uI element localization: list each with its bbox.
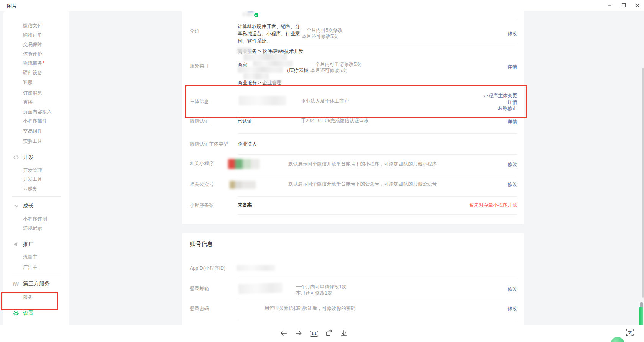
actual-size-icon: 1:1 (310, 331, 318, 337)
row-divider (238, 44, 517, 44)
related-miniprograms-desc: 默认展示同个微信开放平台账号下的小程序，可添加团队的其他小程序 (288, 161, 437, 167)
sidebar-item-live[interactable]: 直播 (23, 99, 33, 106)
app-window: 图片 微信支付 购物订单 交易保障 体验评价 物流服务 硬件设备 客服 订阅消息… (0, 0, 644, 342)
redacted-login-email (238, 283, 283, 294)
new-badge (43, 61, 44, 63)
forward-icon (294, 329, 303, 339)
sidebar-section-development[interactable]: 开发 (23, 154, 34, 162)
row-divider (238, 133, 517, 134)
viewer-toolbar: 1:1 文 (0, 325, 644, 342)
sidebar-item-customer-service[interactable]: 客服 (23, 79, 33, 86)
sidebar-item-traffic-owner[interactable]: 流量主 (23, 254, 38, 261)
sidebar-section-label: 第三方服务 (23, 280, 50, 286)
sidebar-item-violation-records[interactable]: 违规记录 (23, 225, 42, 232)
row-divider (238, 299, 517, 299)
minimize-button[interactable] (604, 1, 615, 11)
verified-badge-icon (254, 12, 258, 19)
row-label-related-miniprograms: 相关小程序 (190, 160, 214, 167)
back-button[interactable] (278, 328, 289, 339)
sidebar-item-shopping-orders[interactable]: 购物订单 (23, 32, 42, 39)
redacted-category-2 (243, 54, 287, 61)
redacted-related-official-accounts (230, 181, 256, 189)
forward-button[interactable] (293, 328, 304, 339)
filing-status: 未备案 (238, 202, 252, 208)
extract-text-button[interactable]: 文 (624, 327, 635, 338)
maximize-button[interactable] (618, 1, 629, 11)
minimize-icon (607, 3, 612, 9)
sidebar-divider (12, 275, 61, 275)
titlebar: 图片 (0, 0, 644, 11)
sidebar-item-subscribe-message[interactable]: 订阅消息 (23, 90, 42, 97)
redacted-category-6 (263, 79, 283, 84)
redacted-related-miniprograms (228, 159, 260, 169)
sidebar-section-promotion[interactable]: 推广 (23, 241, 34, 249)
sidebar-section-label: 设置 (23, 310, 34, 316)
row-label-miniprogram-filing: 小程序备案 (190, 202, 214, 209)
back-icon (279, 329, 288, 339)
sidebar-item-experience-rating[interactable]: 体验评价 (23, 51, 42, 58)
sidebar-item-miniprogram-evaluation[interactable]: 小程序评测 (23, 216, 47, 223)
category-line-3: （医疗器械 (284, 67, 309, 74)
sidebar-item-transaction-guarantee[interactable]: 交易保障 (23, 41, 42, 48)
edge-widget-cap (640, 302, 643, 308)
modify-link[interactable]: 修改 (508, 286, 517, 293)
row-divider (238, 154, 517, 155)
download-button[interactable] (338, 328, 349, 339)
verification-date-desc: 于2021-01-06完成微信认证审核 (301, 118, 368, 124)
rotate-icon (325, 329, 333, 339)
code-icon (13, 154, 19, 160)
detail-link[interactable]: 详情 (508, 64, 517, 70)
login-password-desc: 用管理员微信扫码验证后，可修改你的密码 (264, 306, 356, 312)
sidebar-section-label: 成长 (23, 203, 34, 209)
extract-text-icon: 文 (625, 327, 635, 339)
sidebar-item-page-content-access[interactable]: 页面内容接入 (23, 109, 52, 116)
annotation-box-settings (1, 292, 58, 310)
svg-text:N: N (15, 281, 19, 287)
modify-link[interactable]: 修改 (508, 161, 517, 168)
row-label-login-password: 登录密码 (190, 306, 209, 312)
sidebar-item-hardware-device[interactable]: 硬件设备 (23, 70, 42, 77)
redacted-nickname (243, 12, 253, 16)
sidebar-item-cloud-service[interactable]: 云服务 (23, 185, 38, 192)
redacted-category-5 (243, 73, 269, 79)
modify-link[interactable]: 修改 (508, 181, 517, 188)
sidebar-item-dev-management[interactable]: 开发管理 (23, 167, 42, 174)
verification-status: 已认证 (238, 118, 252, 124)
rotate-button[interactable] (324, 328, 334, 339)
sidebar-section-label: 开发 (23, 154, 34, 160)
category-quota-desc: 一个月内可申请修改5次本月还可修改5次 (310, 62, 361, 74)
row-divider (238, 278, 517, 278)
gear-icon (13, 310, 19, 316)
redacted-appid (237, 265, 275, 271)
sidebar-section-third-party[interactable]: NN 第三方服务 (23, 280, 50, 288)
sidebar-section-label: 推广 (23, 241, 34, 247)
modify-link[interactable]: 修改 (508, 306, 517, 312)
scrollbar-thumb[interactable] (642, 68, 644, 298)
account-info-card: 账号信息 AppID(小程序ID) 登录邮箱 一个月内可申请修改1次本月还可修改… (182, 233, 524, 325)
close-button[interactable] (632, 1, 643, 11)
row-divider (238, 20, 517, 20)
sidebar-item-logistics-service[interactable]: 物流服务 (23, 60, 44, 67)
sidebar-item-experiment-tools[interactable]: 实验工具 (23, 138, 42, 145)
sidebar-item-miniprogram-plugin[interactable]: 小程序插件 (23, 118, 47, 125)
row-label-intro: 介绍 (190, 28, 199, 34)
row-divider (238, 175, 517, 175)
annotation-box-subject-info (185, 85, 527, 118)
sidebar-divider (12, 196, 61, 197)
sidebar-divider (12, 148, 61, 148)
filing-unavailable-link[interactable]: 暂未对存量小程序开放 (469, 202, 517, 208)
row-label-login-email: 登录邮箱 (190, 286, 209, 292)
row-label-service-category: 服务类目 (190, 63, 209, 69)
sidebar-section-settings[interactable]: 设置 (23, 310, 34, 317)
actual-size-button[interactable]: 1:1 (309, 328, 319, 339)
sidebar-item-label: 物流服务 (23, 61, 42, 66)
sidebar-item-dev-tools[interactable]: 开发工具 (23, 176, 42, 183)
sprout-icon (13, 203, 19, 209)
sidebar-item-transaction-component[interactable]: 交易组件 (23, 128, 42, 135)
sidebar-item-advertiser[interactable]: 广告主 (23, 264, 38, 271)
sidebar-section-growth[interactable]: 成长 (23, 203, 34, 210)
row-label-appid: AppID(小程序ID) (190, 265, 225, 272)
modify-link[interactable]: 修改 (508, 31, 517, 37)
sidebar-item-wechat-pay[interactable]: 微信支付 (23, 23, 42, 29)
detail-link[interactable]: 详情 (508, 119, 517, 125)
